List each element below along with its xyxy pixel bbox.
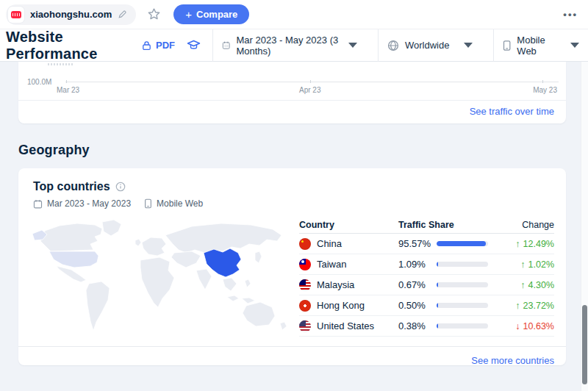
main-content: 100.0M Mar 23 Apr 23 May 23 See traffic …: [0, 62, 588, 365]
traffic-share-bar: [437, 323, 488, 329]
table-row[interactable]: China 95.57% ↑12.49%: [299, 234, 554, 254]
favorite-star-icon[interactable]: [146, 7, 162, 22]
traffic-share-value: 0.67%: [398, 279, 435, 290]
platform-dropdown[interactable]: Mobile Web: [494, 29, 588, 61]
edit-pencil-icon[interactable]: [118, 10, 127, 19]
change-arrow-icon: ↑: [515, 239, 520, 249]
change-value: 4.30%: [528, 280, 554, 290]
taiwan-flag-icon: [299, 259, 311, 270]
pdf-label: PDF: [156, 40, 175, 51]
clipped-axis-label: [48, 63, 73, 65]
see-more-countries-link[interactable]: See more countries: [471, 355, 554, 366]
change-arrow-icon: ↓: [515, 321, 520, 331]
academy-cap-icon[interactable]: [187, 40, 201, 51]
traffic-share-bar: [437, 262, 488, 267]
lock-icon: [142, 40, 151, 51]
card-platform: Mobile Web: [157, 198, 203, 209]
divider: [18, 100, 566, 101]
top-countries-card: Top countries Mar 2023 - May 2023 Mobile…: [18, 168, 566, 365]
traffic-share-value: 1.09%: [398, 259, 435, 270]
table-header-row: Country Traffic Share Change: [299, 216, 554, 234]
date-range-dropdown[interactable]: Mar 2023 - May 2023 (3 Months): [213, 29, 366, 61]
globe-icon: [387, 40, 399, 51]
mobile-device-icon: [144, 198, 152, 209]
domain-selector[interactable]: xiaohongshu.com: [6, 4, 136, 25]
world-map: [30, 216, 292, 340]
col-change: Change: [522, 220, 554, 230]
calendar-icon: [222, 40, 230, 51]
page-header: Website Performance PDF Mar 2023 - May 2…: [0, 29, 588, 62]
country-name: Taiwan: [317, 259, 346, 270]
col-traffic-share: Traffic Share: [398, 220, 485, 230]
chevron-down-icon: [348, 43, 357, 48]
traffic-share-value: 95.57%: [398, 238, 435, 249]
region-value: Worldwide: [405, 40, 449, 51]
geography-section-title: Geography: [18, 143, 588, 158]
platform-value: Mobile Web: [517, 35, 564, 57]
calendar-icon: [33, 199, 43, 209]
change-arrow-icon: ↑: [515, 301, 520, 311]
change-arrow-icon: ↑: [520, 280, 525, 290]
more-options-icon[interactable]: •••: [563, 9, 578, 20]
y-axis-label: 100.0M: [27, 78, 51, 86]
card-date-range: Mar 2023 - May 2023: [47, 198, 131, 209]
table-row[interactable]: Malaysia 0.67% ↑4.30%: [299, 275, 554, 295]
traffic-share-bar: [437, 241, 488, 246]
table-row[interactable]: Taiwan 1.09% ↑1.02%: [299, 254, 554, 275]
country-name: Malaysia: [317, 279, 354, 290]
change-value: 12.49%: [523, 239, 554, 249]
mobile-device-icon: [503, 40, 511, 51]
compare-label: Compare: [196, 9, 237, 20]
traffic-share-value: 0.50%: [398, 300, 435, 311]
table-row[interactable]: Hong Kong 0.50% ↑23.72%: [299, 295, 554, 316]
domain-name: xiaohongshu.com: [30, 9, 112, 20]
country-name: United States: [317, 320, 374, 331]
plus-icon: +: [185, 9, 192, 20]
page-title: Website Performance: [0, 29, 142, 62]
compare-button[interactable]: + Compare: [173, 4, 249, 24]
hong-kong-flag-icon: [299, 300, 311, 312]
xiaohongshu-favicon-icon: [8, 7, 24, 23]
page-scrollbar-thumb[interactable]: [582, 305, 587, 384]
x-axis-line: [65, 82, 559, 82]
top-bar: xiaohongshu.com + Compare •••: [0, 0, 588, 29]
info-icon[interactable]: [115, 182, 126, 192]
traffic-over-time-card: 100.0M Mar 23 Apr 23 May 23 See traffic …: [18, 62, 566, 123]
x-tick-may: May 23: [533, 86, 557, 94]
change-value: 23.72%: [523, 301, 554, 311]
page-scrollbar-track[interactable]: [581, 62, 588, 391]
x-tick-apr: Apr 23: [299, 86, 320, 94]
top-countries-table: Country Traffic Share Change China 95.57…: [299, 216, 554, 340]
chevron-down-icon: [570, 43, 579, 48]
traffic-share-value: 0.38%: [398, 320, 435, 331]
table-row[interactable]: United States 0.38% ↓10.63%: [299, 316, 554, 337]
malaysia-flag-icon: [299, 279, 311, 291]
traffic-share-bar: [437, 303, 488, 308]
change-arrow-icon: ↑: [520, 259, 525, 270]
top-countries-title: Top countries: [33, 180, 110, 193]
change-value: 10.63%: [523, 321, 554, 331]
x-tick-mar: Mar 23: [57, 86, 79, 94]
date-range-value: Mar 2023 - May 2023 (3 Months): [236, 35, 343, 57]
country-name: Hong Kong: [317, 300, 365, 311]
see-traffic-over-time-link[interactable]: See traffic over time: [470, 106, 554, 117]
china-flag-icon: [299, 238, 311, 250]
change-value: 1.02%: [528, 259, 554, 270]
traffic-share-bar: [437, 282, 488, 287]
country-name: China: [317, 238, 342, 249]
col-country: Country: [299, 220, 398, 230]
download-pdf-button[interactable]: PDF: [142, 40, 175, 51]
region-dropdown[interactable]: Worldwide: [379, 29, 481, 61]
united-states-flag-icon: [299, 320, 311, 332]
chevron-down-icon: [464, 43, 473, 48]
